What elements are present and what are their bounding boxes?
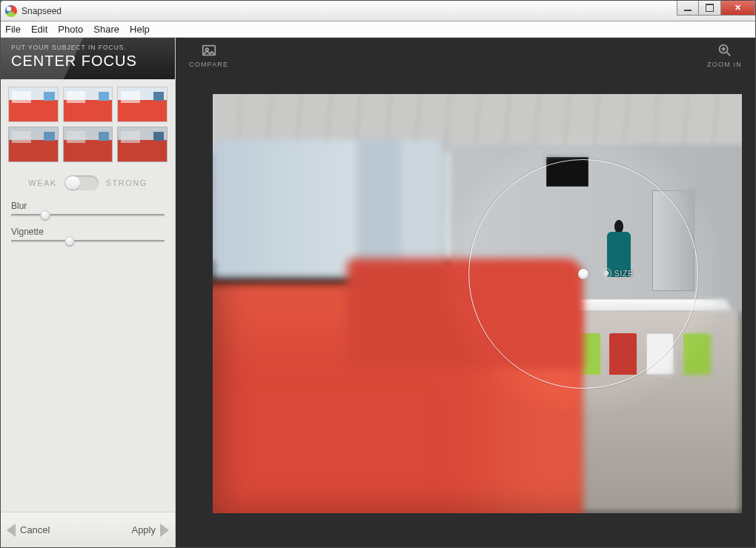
focus-size-label: SIZE bbox=[614, 270, 634, 278]
image-stage[interactable]: SIZE bbox=[213, 94, 742, 513]
canvas-area: COMPARE ZOOM IN bbox=[176, 38, 755, 547]
cancel-button[interactable]: Cancel bbox=[7, 524, 50, 537]
menu-file[interactable]: File bbox=[5, 24, 21, 35]
slider-vignette-group: Vignette bbox=[11, 227, 165, 242]
compare-label: COMPARE bbox=[189, 61, 228, 68]
arrow-left-icon bbox=[7, 524, 16, 537]
preset-thumb-1[interactable] bbox=[8, 87, 59, 122]
slider-blur-label: Blur bbox=[11, 201, 165, 211]
menu-help[interactable]: Help bbox=[130, 24, 150, 35]
tool-header: PUT YOUR SUBJECT IN FOCUS. CENTER FOCUS bbox=[1, 38, 175, 79]
slider-vignette-track[interactable] bbox=[11, 240, 165, 242]
zoom-in-icon bbox=[717, 42, 733, 59]
zoom-in-label: ZOOM IN bbox=[707, 61, 742, 68]
maximize-button[interactable] bbox=[699, 1, 721, 16]
window-title: Snapseed bbox=[21, 6, 62, 16]
slider-blur-group: Blur bbox=[11, 201, 165, 216]
apply-button[interactable]: Apply bbox=[131, 524, 169, 537]
zoom-in-button[interactable]: ZOOM IN bbox=[707, 42, 742, 75]
strength-toggle-knob bbox=[65, 176, 80, 190]
focus-size-handle[interactable]: SIZE bbox=[601, 268, 634, 278]
titlebar[interactable]: Snapseed bbox=[1, 1, 755, 21]
preset-thumb-5[interactable] bbox=[63, 127, 113, 162]
menu-edit[interactable]: Edit bbox=[31, 24, 47, 35]
slider-vignette-label: Vignette bbox=[11, 227, 165, 237]
preset-thumb-4[interactable] bbox=[8, 127, 59, 162]
strength-row: WEAK STRONG bbox=[1, 165, 175, 198]
sidebar: PUT YOUR SUBJECT IN FOCUS. CENTER FOCUS … bbox=[1, 38, 176, 547]
photo-preview bbox=[213, 94, 742, 513]
tool-title: CENTER FOCUS bbox=[11, 53, 165, 70]
slider-vignette-knob[interactable] bbox=[64, 236, 74, 246]
compare-button[interactable]: COMPARE bbox=[189, 42, 228, 75]
minimize-button[interactable] bbox=[677, 1, 699, 16]
close-button[interactable] bbox=[721, 1, 755, 16]
menu-photo[interactable]: Photo bbox=[58, 24, 83, 35]
menu-share[interactable]: Share bbox=[93, 24, 119, 35]
sliders-panel: Blur Vignette bbox=[1, 198, 175, 255]
menu-bar: File Edit Photo Share Help bbox=[1, 21, 755, 38]
action-bar: Cancel Apply bbox=[1, 512, 175, 547]
cancel-label: Cancel bbox=[20, 524, 50, 535]
compare-icon bbox=[201, 42, 217, 59]
preset-thumb-6[interactable] bbox=[117, 127, 168, 162]
slider-blur-knob[interactable] bbox=[40, 210, 50, 220]
app-window: Snapseed File Edit Photo Share Help PUT … bbox=[0, 0, 756, 548]
preset-grid bbox=[1, 79, 175, 165]
app-icon bbox=[5, 5, 17, 17]
canvas-toolbar: COMPARE ZOOM IN bbox=[176, 38, 755, 79]
strength-weak-label: WEAK bbox=[28, 178, 56, 187]
window-controls bbox=[677, 1, 755, 16]
apply-label: Apply bbox=[131, 524, 156, 535]
strength-toggle[interactable] bbox=[64, 176, 99, 190]
slider-blur-track[interactable] bbox=[11, 214, 165, 216]
preset-thumb-3[interactable] bbox=[117, 87, 168, 122]
arrow-right-icon bbox=[160, 524, 169, 537]
tool-subtitle: PUT YOUR SUBJECT IN FOCUS. bbox=[11, 44, 165, 51]
strength-strong-label: STRONG bbox=[106, 178, 147, 187]
size-handle-icon bbox=[601, 268, 611, 278]
preset-thumb-2[interactable] bbox=[63, 87, 113, 122]
